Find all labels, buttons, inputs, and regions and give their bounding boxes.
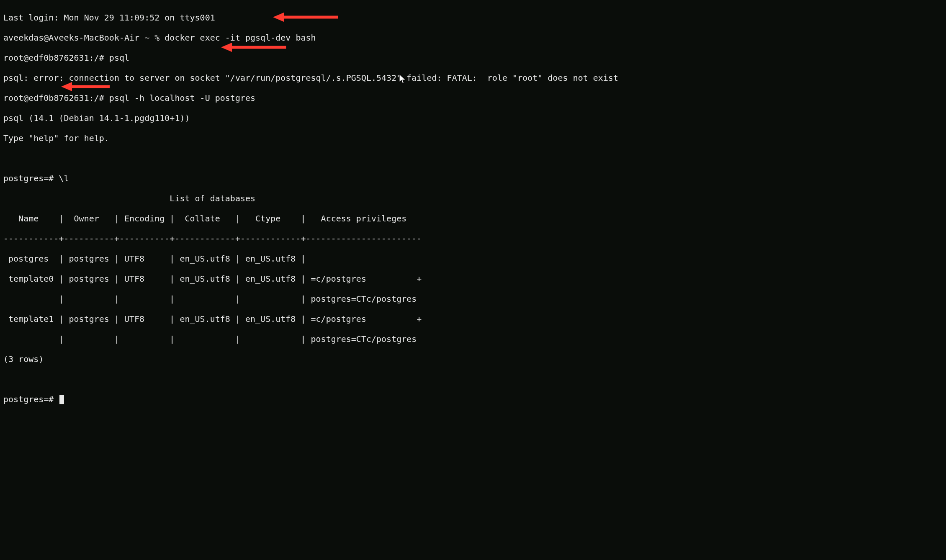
psql-localhost-command: root@edf0b8762631:/# psql -h localhost -… — [3, 93, 943, 103]
row-count: (3 rows) — [3, 354, 943, 364]
column-headers: Name | Owner | Encoding | Collate | Ctyp… — [3, 213, 943, 223]
blank-line — [3, 374, 943, 384]
terminal-output[interactable]: Last login: Mon Nov 29 11:09:52 on ttys0… — [3, 3, 943, 414]
root-psql-command: root@edf0b8762631:/# psql — [3, 53, 943, 63]
blank-line — [3, 153, 943, 163]
psql-error-line: psql: error: connection to server on soc… — [3, 73, 943, 83]
table-row: template1 | postgres | UTF8 | en_US.utf8… — [3, 314, 943, 324]
last-login-line: Last login: Mon Nov 29 11:09:52 on ttys0… — [3, 13, 943, 23]
table-divider: -----------+----------+----------+------… — [3, 234, 943, 244]
psql-version-line: psql (14.1 (Debian 14.1-1.pgdg110+1)) — [3, 113, 943, 123]
prompt-text: postgres=# — [3, 394, 59, 404]
list-databases-command: postgres=# \l — [3, 173, 943, 183]
docker-exec-command: aveekdas@Aveeks-MacBook-Air ~ % docker e… — [3, 33, 943, 43]
cursor-icon — [59, 395, 64, 404]
list-header: List of databases — [3, 193, 943, 203]
table-row: | | | | | postgres=CTc/postgres — [3, 294, 943, 304]
table-row: postgres | postgres | UTF8 | en_US.utf8 … — [3, 254, 943, 264]
type-help-line: Type "help" for help. — [3, 133, 943, 143]
psql-prompt[interactable]: postgres=# — [3, 394, 943, 404]
table-row: | | | | | postgres=CTc/postgres — [3, 334, 943, 344]
table-row: template0 | postgres | UTF8 | en_US.utf8… — [3, 274, 943, 284]
